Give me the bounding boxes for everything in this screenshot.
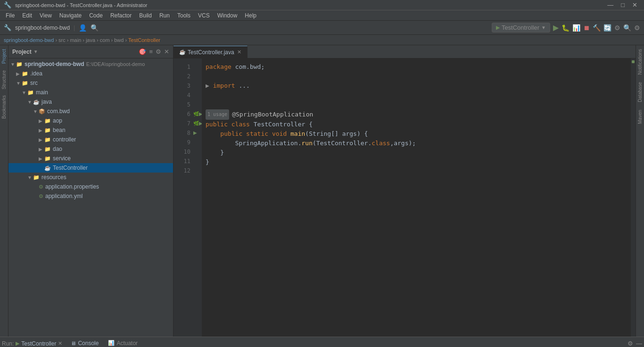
tab-close-icon[interactable]: ✕ xyxy=(237,49,241,55)
usage-badge: 1 usage xyxy=(206,109,229,120)
left-panel-icons: Project Structure Bookmarks xyxy=(0,45,8,337)
tree-item-aop[interactable]: ▶ 📁 aop xyxy=(8,116,173,125)
menu-edit[interactable]: Edit xyxy=(18,12,36,19)
code-editor[interactable]: 1 2 3 4 5 6 7 8 9 10 11 12 xyxy=(173,58,636,337)
toolbar-search2[interactable]: 🔍 xyxy=(623,24,631,32)
toolbar-settings[interactable]: ⚙ xyxy=(614,24,620,32)
run-tab-close[interactable]: ✕ xyxy=(58,340,62,347)
toolbar-icon-1[interactable]: 👤 xyxy=(79,24,87,32)
breadcrumb-bwd[interactable]: bwd xyxy=(114,37,124,43)
console-tab-label: Console xyxy=(78,340,99,347)
menu-tools[interactable]: Tools xyxy=(173,12,194,19)
sidebar-collapse-icon[interactable]: ≡ xyxy=(149,48,153,55)
menu-navigate[interactable]: Navigate xyxy=(56,12,85,19)
tree-item-label-service: service xyxy=(53,155,71,162)
run-config-selector[interactable]: ▶ TestController ▼ xyxy=(492,23,550,33)
toolbar-right: ▶ TestController ▼ ▶ 🐛 📊 ⏹ 🔨 🔄 ⚙ 🔍 ⚙ xyxy=(492,23,640,33)
bottom-settings-icon[interactable]: ⚙ xyxy=(627,340,633,347)
tree-item-main[interactable]: ▼ 📁 main xyxy=(8,88,173,97)
toolbar-search[interactable]: 🔍 xyxy=(91,24,99,32)
code-params-8: ( xyxy=(305,129,309,139)
close-button[interactable]: ✕ xyxy=(629,1,640,8)
menu-build[interactable]: Build xyxy=(135,12,156,19)
run-gutter-icon-7[interactable]: 🌿 xyxy=(193,119,199,128)
code-args: args) { xyxy=(339,129,368,139)
annotation-run-icon-6[interactable]: 🌿 xyxy=(193,109,199,119)
titlebar-controls: — □ ✕ xyxy=(604,1,640,8)
toolbar-stop[interactable]: ⏹ xyxy=(583,24,590,32)
tree-item-app-yml[interactable]: ⚙ application.yml xyxy=(8,191,173,201)
toolbar-build-1[interactable]: 🔨 xyxy=(593,24,601,32)
bookmarks-panel-icon[interactable]: Bookmarks xyxy=(0,92,8,122)
tab-console[interactable]: 🖥 Console xyxy=(66,339,103,347)
tree-item-bean[interactable]: ▶ 📁 bean xyxy=(8,125,173,135)
bottom-close-icon[interactable]: — xyxy=(636,340,642,347)
maven-panel-icon[interactable]: Maven xyxy=(636,106,644,128)
structure-panel-icon[interactable]: Structure xyxy=(0,67,8,92)
sidebar-settings-icon[interactable]: ⚙ xyxy=(156,48,161,55)
tab-testcontroller[interactable]: ☕ TestController.java ✕ xyxy=(173,46,248,58)
code-scrollbar[interactable] xyxy=(631,58,636,337)
breadcrumb-file[interactable]: TestController xyxy=(128,37,160,43)
debug-button[interactable]: 🐛 xyxy=(561,24,570,32)
tree-item-app-properties[interactable]: ⚙ application.properties xyxy=(8,182,173,191)
breadcrumb-src[interactable]: src xyxy=(58,37,66,43)
kw-public-7: public xyxy=(206,120,231,129)
run-config-arrow: ▼ xyxy=(541,25,546,30)
run-config-icon: ▶ xyxy=(496,25,500,31)
tree-item-service[interactable]: ▶ 📁 service xyxy=(8,154,173,163)
sidebar-dropdown-icon[interactable]: ▼ xyxy=(33,49,38,54)
breadcrumb-main[interactable]: main xyxy=(70,37,81,43)
tab-actuator[interactable]: 📊 Actuator xyxy=(103,339,142,347)
run-button[interactable]: ▶ xyxy=(553,23,559,32)
toolbar: 🔧 springboot-demo-bwd | 👤 🔍 ▶ TestContro… xyxy=(0,21,644,35)
tree-item-controller[interactable]: ▶ 📁 controller xyxy=(8,135,173,144)
code-run-method: run xyxy=(302,139,313,148)
breadcrumb-com[interactable]: com xyxy=(100,37,110,43)
sidebar-locate-icon[interactable]: 🎯 xyxy=(139,48,146,55)
menu-code[interactable]: Code xyxy=(85,12,107,19)
line-num-3: 3 xyxy=(175,81,190,91)
kw-public-8: public xyxy=(220,129,246,139)
tree-item-label-main: main xyxy=(36,89,48,96)
tree-item-root[interactable]: ▼ 📁 springboot-demo-bwd E:\IDEA\springbo… xyxy=(8,59,173,69)
maximize-button[interactable]: □ xyxy=(618,1,627,8)
menu-file[interactable]: File xyxy=(2,12,18,19)
sidebar-title-area: Project ▼ xyxy=(12,49,38,55)
toolbar-gear2[interactable]: ⚙ xyxy=(634,24,640,32)
sidebar-close-icon[interactable]: ✕ xyxy=(164,48,169,55)
breadcrumb-java[interactable]: java xyxy=(86,37,95,43)
toolbar-build-2[interactable]: 🔄 xyxy=(603,24,611,32)
menu-vcs[interactable]: VCS xyxy=(194,12,214,19)
tree-item-resources[interactable]: ▼ 📁 resources xyxy=(8,173,173,182)
tree-item-com-bwd[interactable]: ▼ 📦 com.bwd xyxy=(8,107,173,116)
tree-item-java[interactable]: ▼ ☕ java xyxy=(8,97,173,107)
menu-run[interactable]: Run xyxy=(156,12,173,19)
code-content[interactable]: package com.bwd; ▶ import ... 1 usag xyxy=(202,58,631,337)
breadcrumb-sep-1: › xyxy=(55,37,57,43)
tree-item-testcontroller[interactable]: ☕ TestController xyxy=(8,163,173,173)
tree-item-label-aop: aop xyxy=(53,117,62,124)
tree-item-label-root: springboot-demo-bwd xyxy=(25,61,84,67)
tree-item-idea[interactable]: ▶ 📁 .idea xyxy=(8,69,173,78)
line-num-5: 5 xyxy=(175,100,190,109)
breadcrumb-project[interactable]: springboot-demo-bwd xyxy=(4,37,54,43)
java-file-icon: ☕ xyxy=(44,165,51,171)
tree-item-src[interactable]: ▼ 📁 src xyxy=(8,78,173,88)
line-num-12: 12 xyxy=(175,166,190,175)
tree-item-dao[interactable]: ▶ 📁 dao xyxy=(8,144,173,154)
menu-help[interactable]: Help xyxy=(241,12,260,19)
profile-button[interactable]: 📊 xyxy=(572,24,580,32)
menu-view[interactable]: View xyxy=(36,12,56,19)
menu-refactor[interactable]: Refactor xyxy=(107,12,135,19)
code-fold-icon[interactable]: ▶ xyxy=(206,81,209,91)
minimize-button[interactable]: — xyxy=(604,1,616,8)
tree-item-label-src: src xyxy=(30,80,38,86)
code-gutter: 🌿 ▶ 🌿 ▶ ▶ xyxy=(192,58,202,337)
menu-window[interactable]: Window xyxy=(214,12,241,19)
database-panel-icon[interactable]: Database xyxy=(636,78,644,106)
notifications-panel-icon[interactable]: Notifications xyxy=(636,45,644,78)
run-gutter-icon-8[interactable]: ▶ xyxy=(193,128,197,138)
project-panel-icon[interactable]: Project xyxy=(0,45,8,67)
code-indent-9 xyxy=(206,139,235,148)
